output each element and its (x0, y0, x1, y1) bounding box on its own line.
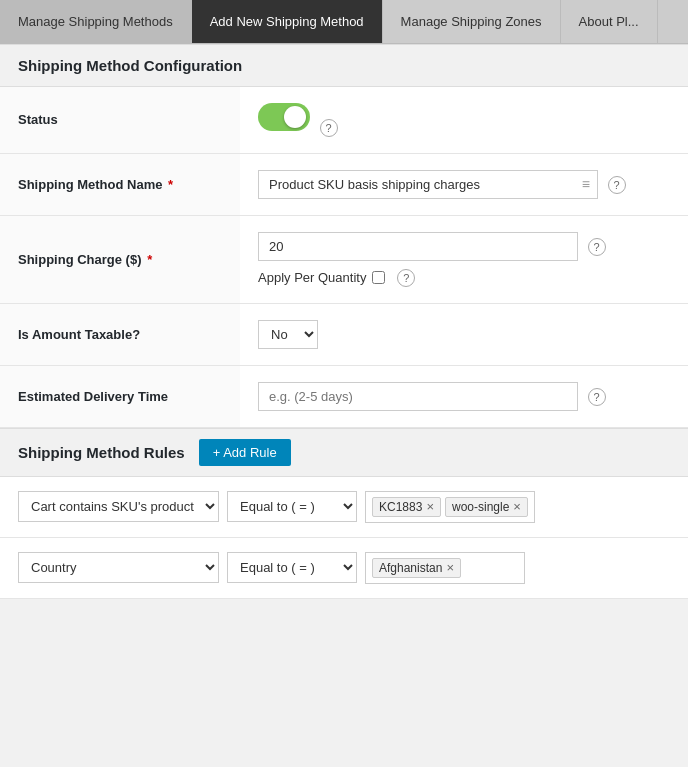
shipping-method-name-input[interactable] (258, 170, 598, 199)
shipping-charge-input[interactable] (258, 232, 578, 261)
rule-2-tags-container: Afghanistan × (365, 552, 525, 584)
apply-per-qty-checkbox[interactable] (372, 271, 385, 284)
estimated-delivery-time-cell: ? (240, 365, 688, 427)
list-icon: ≡ (582, 176, 590, 192)
required-star: * (168, 177, 173, 192)
status-help-icon[interactable]: ? (320, 119, 338, 137)
tag-woo-single: woo-single × (445, 497, 528, 517)
toggle-slider (258, 103, 310, 131)
estimated-delivery-time-row: Estimated Delivery Time ? (0, 365, 688, 427)
tab-bar: Manage Shipping Methods Add New Shipping… (0, 0, 688, 44)
status-cell: ? (240, 87, 688, 153)
tag-afghanistan-label: Afghanistan (379, 561, 442, 575)
rules-title: Shipping Method Rules (18, 444, 185, 461)
shipping-charge-row: Shipping Charge ($) * ? Apply Per Quanti… (0, 215, 688, 303)
rule-2-condition-select[interactable]: Cart contains SKU's product Country Subt… (18, 552, 219, 583)
tab-about[interactable]: About Pl... (561, 0, 658, 43)
tag-afghanistan: Afghanistan × (372, 558, 461, 578)
main-content: Shipping Method Configuration Status ? S… (0, 44, 688, 599)
tag-kc1883-label: KC1883 (379, 500, 422, 514)
status-toggle[interactable] (258, 103, 310, 131)
tag-kc1883-close[interactable]: × (426, 500, 434, 513)
tag-afghanistan-close[interactable]: × (446, 561, 454, 574)
is-amount-taxable-label: Is Amount Taxable? (0, 303, 240, 365)
is-amount-taxable-cell: No Yes (240, 303, 688, 365)
rule-2-operator-select[interactable]: Equal to ( = ) Not equal to Contains (227, 552, 357, 583)
add-rule-button[interactable]: + Add Rule (199, 439, 291, 466)
shipping-charge-cell: ? Apply Per Quantity ? (240, 215, 688, 303)
shipping-method-name-label: Shipping Method Name * (0, 153, 240, 215)
shipping-charge-help-icon[interactable]: ? (588, 238, 606, 256)
shipping-charge-label: Shipping Charge ($) * (0, 215, 240, 303)
shipping-method-name-help-icon[interactable]: ? (608, 176, 626, 194)
apply-per-qty-help-icon[interactable]: ? (397, 269, 415, 287)
status-row: Status ? (0, 87, 688, 153)
rule-1-tags-container: KC1883 × woo-single × (365, 491, 535, 523)
apply-per-quantity-row: Apply Per Quantity ? (258, 269, 670, 287)
rule-row-2: Cart contains SKU's product Country Subt… (0, 538, 688, 599)
status-label: Status (0, 87, 240, 153)
shipping-method-name-cell: ≡ ? (240, 153, 688, 215)
configuration-form: Status ? Shipping Method Name * ≡ ? (0, 87, 688, 428)
estimated-delivery-time-label: Estimated Delivery Time (0, 365, 240, 427)
tab-manage-shipping-methods[interactable]: Manage Shipping Methods (0, 0, 192, 43)
tag-woo-single-label: woo-single (452, 500, 509, 514)
rule-row-1: Cart contains SKU's product Country Subt… (0, 477, 688, 538)
shipping-method-name-wrapper: ≡ (258, 170, 598, 199)
tab-add-new-shipping-method[interactable]: Add New Shipping Method (192, 0, 383, 43)
required-star-2: * (147, 252, 152, 267)
tag-woo-single-close[interactable]: × (513, 500, 521, 513)
estimated-delivery-time-help-icon[interactable]: ? (588, 388, 606, 406)
tab-manage-shipping-zones[interactable]: Manage Shipping Zones (383, 0, 561, 43)
shipping-method-name-row: Shipping Method Name * ≡ ? (0, 153, 688, 215)
rules-header: Shipping Method Rules + Add Rule (0, 428, 688, 477)
section-title: Shipping Method Configuration (0, 44, 688, 87)
apply-per-qty-label: Apply Per Quantity (258, 270, 366, 285)
is-amount-taxable-row: Is Amount Taxable? No Yes (0, 303, 688, 365)
is-amount-taxable-select[interactable]: No Yes (258, 320, 318, 349)
rule-1-operator-select[interactable]: Equal to ( = ) Not equal to Contains (227, 491, 357, 522)
estimated-delivery-time-input[interactable] (258, 382, 578, 411)
rules-section: Shipping Method Rules + Add Rule Cart co… (0, 428, 688, 599)
tag-kc1883: KC1883 × (372, 497, 441, 517)
rule-1-condition-select[interactable]: Cart contains SKU's product Country Subt… (18, 491, 219, 522)
